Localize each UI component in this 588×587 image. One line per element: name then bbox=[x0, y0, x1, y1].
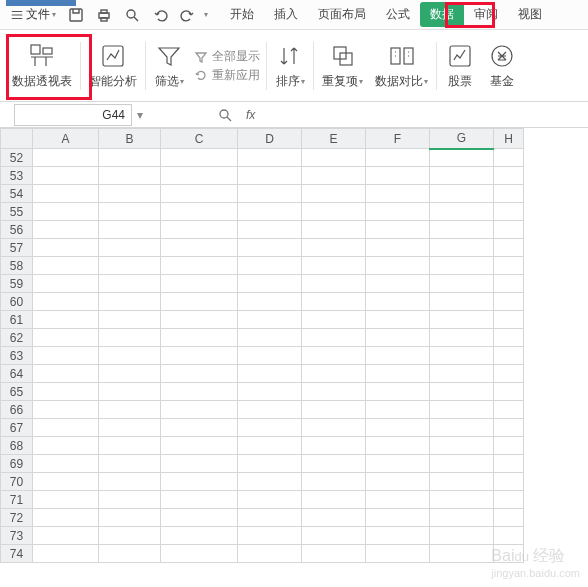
cell-E59[interactable] bbox=[302, 275, 366, 293]
row-header-54[interactable]: 54 bbox=[1, 185, 33, 203]
cell-E73[interactable] bbox=[302, 527, 366, 545]
cell-A55[interactable] bbox=[33, 203, 99, 221]
cell-H69[interactable] bbox=[494, 455, 524, 473]
cell-F66[interactable] bbox=[366, 401, 430, 419]
cell-A52[interactable] bbox=[33, 149, 99, 167]
cell-H65[interactable] bbox=[494, 383, 524, 401]
cell-D60[interactable] bbox=[238, 293, 302, 311]
cell-C55[interactable] bbox=[161, 203, 238, 221]
cell-B73[interactable] bbox=[99, 527, 161, 545]
data-compare-button[interactable]: 数据对比▾ bbox=[369, 32, 434, 99]
cell-C64[interactable] bbox=[161, 365, 238, 383]
cell-D67[interactable] bbox=[238, 419, 302, 437]
cell-H74[interactable] bbox=[494, 545, 524, 563]
cell-F58[interactable] bbox=[366, 257, 430, 275]
cell-A69[interactable] bbox=[33, 455, 99, 473]
cell-E60[interactable] bbox=[302, 293, 366, 311]
cell-C67[interactable] bbox=[161, 419, 238, 437]
cell-B72[interactable] bbox=[99, 509, 161, 527]
cell-D57[interactable] bbox=[238, 239, 302, 257]
cell-H58[interactable] bbox=[494, 257, 524, 275]
cell-C62[interactable] bbox=[161, 329, 238, 347]
row-header-72[interactable]: 72 bbox=[1, 509, 33, 527]
cell-A58[interactable] bbox=[33, 257, 99, 275]
cell-H66[interactable] bbox=[494, 401, 524, 419]
col-header-E[interactable]: E bbox=[302, 129, 366, 149]
cell-C72[interactable] bbox=[161, 509, 238, 527]
row-header-58[interactable]: 58 bbox=[1, 257, 33, 275]
cell-C60[interactable] bbox=[161, 293, 238, 311]
cell-D69[interactable] bbox=[238, 455, 302, 473]
row-header-52[interactable]: 52 bbox=[1, 149, 33, 167]
reapply-button[interactable]: 重新应用 bbox=[194, 67, 260, 84]
search-icon[interactable] bbox=[218, 108, 232, 122]
row-header-56[interactable]: 56 bbox=[1, 221, 33, 239]
cell-C61[interactable] bbox=[161, 311, 238, 329]
cell-D62[interactable] bbox=[238, 329, 302, 347]
cell-D53[interactable] bbox=[238, 167, 302, 185]
cell-A66[interactable] bbox=[33, 401, 99, 419]
cell-D65[interactable] bbox=[238, 383, 302, 401]
cell-E68[interactable] bbox=[302, 437, 366, 455]
cell-E52[interactable] bbox=[302, 149, 366, 167]
cell-H71[interactable] bbox=[494, 491, 524, 509]
cell-F68[interactable] bbox=[366, 437, 430, 455]
cell-E58[interactable] bbox=[302, 257, 366, 275]
cell-H67[interactable] bbox=[494, 419, 524, 437]
cell-F69[interactable] bbox=[366, 455, 430, 473]
cell-A71[interactable] bbox=[33, 491, 99, 509]
tab-插入[interactable]: 插入 bbox=[264, 2, 308, 27]
row-header-64[interactable]: 64 bbox=[1, 365, 33, 383]
cell-D55[interactable] bbox=[238, 203, 302, 221]
cell-B74[interactable] bbox=[99, 545, 161, 563]
cell-F71[interactable] bbox=[366, 491, 430, 509]
cell-B57[interactable] bbox=[99, 239, 161, 257]
cell-G64[interactable] bbox=[430, 365, 494, 383]
cell-B63[interactable] bbox=[99, 347, 161, 365]
cell-C74[interactable] bbox=[161, 545, 238, 563]
cell-E67[interactable] bbox=[302, 419, 366, 437]
cell-B59[interactable] bbox=[99, 275, 161, 293]
cell-B58[interactable] bbox=[99, 257, 161, 275]
cell-A64[interactable] bbox=[33, 365, 99, 383]
cell-C56[interactable] bbox=[161, 221, 238, 239]
cell-C65[interactable] bbox=[161, 383, 238, 401]
smart-analysis-button[interactable]: 智能分析 bbox=[83, 32, 143, 99]
row-header-67[interactable]: 67 bbox=[1, 419, 33, 437]
cell-B64[interactable] bbox=[99, 365, 161, 383]
row-header-66[interactable]: 66 bbox=[1, 401, 33, 419]
cell-B68[interactable] bbox=[99, 437, 161, 455]
cell-G54[interactable] bbox=[430, 185, 494, 203]
cell-B62[interactable] bbox=[99, 329, 161, 347]
cell-E55[interactable] bbox=[302, 203, 366, 221]
cell-E57[interactable] bbox=[302, 239, 366, 257]
col-header-D[interactable]: D bbox=[238, 129, 302, 149]
cell-E63[interactable] bbox=[302, 347, 366, 365]
cell-G67[interactable] bbox=[430, 419, 494, 437]
cell-H54[interactable] bbox=[494, 185, 524, 203]
cell-E64[interactable] bbox=[302, 365, 366, 383]
select-all-corner[interactable] bbox=[1, 129, 33, 149]
tab-视图[interactable]: 视图 bbox=[508, 2, 552, 27]
cell-G52[interactable] bbox=[430, 149, 494, 167]
cell-D52[interactable] bbox=[238, 149, 302, 167]
cell-C54[interactable] bbox=[161, 185, 238, 203]
cell-G71[interactable] bbox=[430, 491, 494, 509]
cell-F63[interactable] bbox=[366, 347, 430, 365]
cell-B67[interactable] bbox=[99, 419, 161, 437]
cell-D61[interactable] bbox=[238, 311, 302, 329]
tab-页面布局[interactable]: 页面布局 bbox=[308, 2, 376, 27]
cell-C70[interactable] bbox=[161, 473, 238, 491]
cell-G69[interactable] bbox=[430, 455, 494, 473]
cell-F53[interactable] bbox=[366, 167, 430, 185]
cell-E56[interactable] bbox=[302, 221, 366, 239]
cell-H53[interactable] bbox=[494, 167, 524, 185]
cell-A70[interactable] bbox=[33, 473, 99, 491]
cell-G62[interactable] bbox=[430, 329, 494, 347]
tab-开始[interactable]: 开始 bbox=[220, 2, 264, 27]
cell-A67[interactable] bbox=[33, 419, 99, 437]
cell-E71[interactable] bbox=[302, 491, 366, 509]
cell-G68[interactable] bbox=[430, 437, 494, 455]
cell-A72[interactable] bbox=[33, 509, 99, 527]
cell-H59[interactable] bbox=[494, 275, 524, 293]
